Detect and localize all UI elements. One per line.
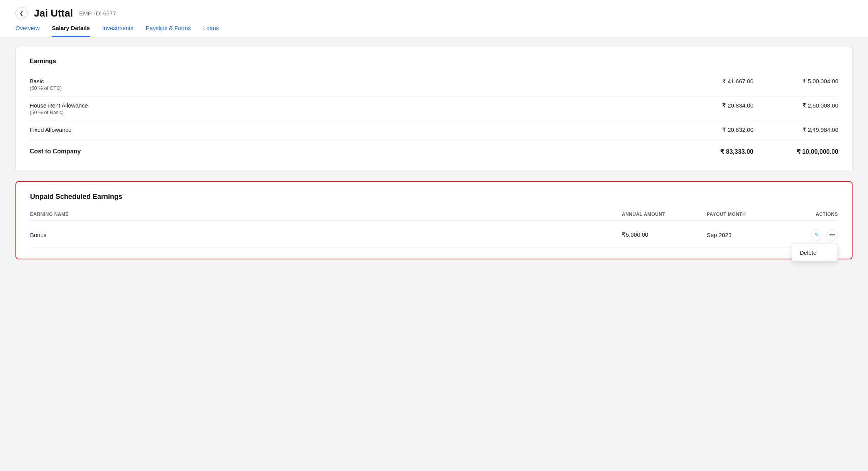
unpaid-table-header: EARNING NAME ANNUAL AMOUNT PAYOUT MONTH … [30,209,838,220]
ctc-annual: ₹ 10,00,000.00 [753,148,838,155]
basic-label: Basic (50 % of CTC) [30,78,669,91]
bonus-earning-name: Bonus [30,232,622,238]
main-content: Earnings Basic (50 % of CTC) ₹ 41,667.00… [0,37,868,278]
delete-option[interactable]: Delete [792,244,838,261]
ctc-label: Cost to Company [30,148,669,155]
fixed-allowance-monthly: ₹ 20,832.00 [669,126,753,133]
col-header-earning-name: EARNING NAME [30,212,622,217]
fixed-allowance-label: Fixed Allowance [30,126,669,133]
table-row: Basic (50 % of CTC) ₹ 41,667.00 ₹ 5,00,0… [30,72,838,97]
more-options-button[interactable]: ••• [826,229,838,241]
hra-sublabel: (50 % of Basic) [30,109,669,115]
col-header-actions: ACTIONS [792,212,838,217]
tab-salary-details[interactable]: Salary Details [52,25,90,37]
page-header: ❮ Jai Uttal EMP. ID: 6577 Overview Salar… [0,0,868,37]
more-icon: ••• [829,232,835,238]
back-button[interactable]: ❮ [15,7,28,19]
pencil-icon: ✎ [814,232,819,238]
col-header-payout-month: PAYOUT MONTH [707,212,792,217]
hra-monthly: ₹ 20,834.00 [669,102,753,109]
bonus-annual-amount: ₹5,000.00 [622,231,707,238]
basic-label-text: Basic [30,78,669,84]
basic-sublabel: (50 % of CTC) [30,85,669,91]
edit-button[interactable]: ✎ [811,229,822,241]
hra-annual: ₹ 2,50,008.00 [753,102,838,109]
earnings-card: Earnings Basic (50 % of CTC) ₹ 41,667.00… [15,47,853,172]
tab-loans[interactable]: Loans [203,25,219,37]
tab-payslips-forms[interactable]: Payslips & Forms [146,25,191,37]
tab-bar: Overview Salary Details Investments Pays… [15,25,853,37]
tab-overview[interactable]: Overview [15,25,40,37]
col-header-annual-amount: ANNUAL AMOUNT [622,212,707,217]
hra-label: House Rent Allowance (50 % of Basic) [30,102,669,115]
employee-name: Jai Uttal [34,7,73,19]
actions-dropdown: Delete [792,244,838,262]
tab-investments[interactable]: Investments [102,25,133,37]
table-row: House Rent Allowance (50 % of Basic) ₹ 2… [30,97,838,121]
bonus-actions: ✎ ••• [792,229,838,241]
unpaid-earnings-card: Unpaid Scheduled Earnings EARNING NAME A… [15,181,853,259]
ctc-monthly: ₹ 83,333.00 [669,148,753,155]
ctc-row: Cost to Company ₹ 83,333.00 ₹ 10,00,000.… [30,141,838,161]
bonus-row: Bonus ₹5,000.00 Sep 2023 ✎ ••• Delete [30,222,838,248]
basic-monthly: ₹ 41,667.00 [669,78,753,85]
earnings-title: Earnings [30,58,838,65]
header-top: ❮ Jai Uttal EMP. ID: 6577 [15,7,853,19]
back-icon: ❮ [19,10,24,16]
basic-annual: ₹ 5,00,004.00 [753,78,838,85]
fixed-allowance-annual: ₹ 2,49,984.00 [753,126,838,133]
unpaid-title: Unpaid Scheduled Earnings [30,193,838,201]
fixed-allowance-label-text: Fixed Allowance [30,126,669,133]
hra-label-text: House Rent Allowance [30,102,669,109]
emp-id: EMP. ID: 6577 [79,10,116,17]
bonus-payout-month: Sep 2023 [707,232,792,238]
table-row: Fixed Allowance ₹ 20,832.00 ₹ 2,49,984.0… [30,121,838,139]
